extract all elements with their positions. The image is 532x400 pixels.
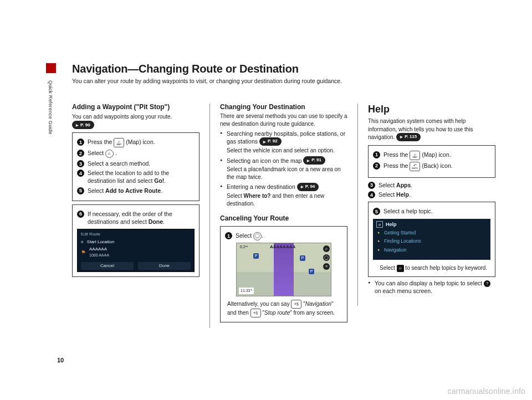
back-button-icon: ↶ BACK	[410, 162, 420, 171]
help-step-2: 2 Press the ↶ BACK (Back) icon.	[373, 162, 490, 171]
bullet-new-dest: Entering a new destination P. 94 Select …	[220, 183, 347, 207]
edit-route-screenshot: Edit Route ■Start Location ⚑ AAAAAA 1000…	[77, 229, 195, 272]
step-number-icon: 1	[77, 139, 84, 146]
help-step-4: 4 Select Help.	[368, 191, 495, 198]
page-ref-pill: P. 91	[303, 156, 325, 165]
help-menu-item: Navigation	[376, 246, 487, 254]
voice-icon: «§	[291, 300, 301, 309]
step-number-icon: 5	[373, 208, 380, 215]
screenshot-start-row: ■Start Location	[81, 239, 191, 245]
step-5: 5 Select Add to Active Route.	[77, 187, 195, 194]
step-1: 1 Press the ⌕ MAP (Map) icon.	[77, 138, 195, 147]
screenshot-dest-row: ⚑ AAAAAA 1000 AAAA	[81, 247, 191, 259]
step-number-icon: 2	[77, 150, 84, 157]
help-screenshot-title: Help	[386, 221, 397, 228]
help-box-2: 5 Select a help topic. ⌕Help Getting Sta…	[368, 202, 495, 277]
map-button-icon: ⌕ MAP	[410, 151, 420, 160]
column-help: Help This navigation system comes with h…	[368, 102, 495, 356]
watermark: carmanualsonline.info	[448, 387, 525, 396]
manual-page: Quick Reference Guide Navigation—Changin…	[0, 0, 532, 400]
map-poi-icon: P	[309, 269, 314, 274]
map-stop-icon: ◯	[323, 254, 330, 261]
cancel-alt-note: Alternatively, you can say «§ "Navigatio…	[225, 300, 342, 317]
map-distance: 0.2ᵐ	[240, 244, 248, 249]
stop-round-icon: ◯	[253, 232, 262, 240]
content-columns: Adding a Waypoint ("Pit Stop") You can a…	[72, 102, 482, 356]
map-eta: 11:33ᴬ	[239, 288, 254, 294]
screenshot-cancel-button: Cancel	[81, 262, 134, 270]
help-menu-screenshot: ⌕Help Getting Started Finding Locations …	[373, 219, 490, 260]
step-number-icon: 3	[368, 182, 375, 189]
search-round-icon: ⌕	[105, 150, 114, 158]
map-screenshot: 0.2ᵐ AAAAAAAA P P P ⌕ ◯ ≡ 11:33ᴬ	[236, 243, 331, 296]
screenshot-title: Edit Route	[81, 232, 191, 237]
help-mid-steps: 3 Select Apps. 4 Select Help.	[368, 181, 495, 198]
step-number-icon: 4	[77, 170, 84, 177]
help-step-3: 3 Select Apps.	[368, 181, 495, 189]
page-ref-pill: P. 94	[297, 183, 319, 191]
help-step-1: 1 Press the ⌕ MAP (Map) icon.	[373, 151, 490, 160]
col3-heading: Help	[368, 102, 495, 116]
help-menu-item: Finding Locations	[376, 237, 487, 245]
col2-lead: There are several methods you can use to…	[220, 112, 347, 127]
step-2: 2 Select ⌕ .	[77, 149, 195, 158]
step-number-icon: 1	[373, 151, 380, 158]
map-button-icon: ⌕ MAP	[114, 138, 124, 147]
page-ref-pill: P. 90	[72, 121, 94, 129]
map-search-icon: ⌕	[323, 245, 330, 252]
col1-heading: Adding a Waypoint ("Pit Stop")	[72, 102, 200, 111]
step-number-icon: 3	[77, 160, 84, 167]
section-color-tab	[46, 63, 56, 73]
col2-bullets: Searching nearby hospitals, police stati…	[220, 130, 347, 207]
help-box-1: 1 Press the ⌕ MAP (Map) icon. 2	[368, 145, 495, 178]
col1-steps-box-1: 1 Press the ⌕ MAP (Map) icon. 2	[72, 132, 200, 201]
column-adding-waypoint: Adding a Waypoint ("Pit Stop") You can a…	[72, 102, 200, 356]
screenshot-done-button: Done	[138, 262, 191, 270]
col1-lead: You can add waypoints along your route.	[72, 114, 172, 120]
step-6: 6 If necessary, edit the order of the de…	[77, 210, 195, 225]
page-number: 10	[57, 357, 64, 363]
map-destination: AAAAAAAA	[270, 244, 295, 250]
page-ref-pill: P. 92	[259, 137, 282, 146]
cancel-route-box: 1 Select ◯. 0.2ᵐ AAAAAAAA P P P ⌕ ◯ ≡	[220, 226, 347, 322]
bullet-map-icon: Selecting an icon on the map P. 91 Selec…	[220, 157, 347, 181]
step-number-icon: 5	[77, 187, 84, 194]
cancel-route-heading: Canceling Your Route	[220, 214, 347, 223]
question-icon: ?	[484, 280, 490, 287]
col1-steps-box-2: 6 If necessary, edit the order of the de…	[72, 204, 200, 278]
step-number-icon: 4	[368, 191, 375, 198]
cancel-step-1: 1 Select ◯.	[225, 232, 342, 240]
map-layers-icon: ≡	[323, 263, 330, 270]
step-number-icon: 2	[373, 162, 380, 170]
step-number-icon: 6	[77, 211, 84, 218]
help-menu-item: Getting Started	[376, 229, 487, 237]
voice-icon: «§	[250, 309, 261, 317]
col2-heading: Changing Your Destination	[220, 102, 347, 111]
side-section-label: Quick Reference Guide	[48, 80, 53, 135]
map-route-line	[274, 243, 294, 296]
map-poi-icon: P	[300, 255, 305, 261]
column-divider	[357, 104, 358, 306]
column-changing-destination: Changing Your Destination There are seve…	[220, 102, 347, 356]
help-step-5: 5 Select a help topic.	[373, 207, 490, 215]
help-tail-bullets: You can also display a help topic to sel…	[368, 279, 495, 295]
step-number-icon: 1	[225, 232, 232, 239]
step-4: 4 Select the location to add to the dest…	[77, 169, 195, 184]
step-3: 3 Select a search method.	[77, 160, 195, 167]
column-divider	[209, 104, 210, 328]
flag-icon: ⚑	[81, 249, 86, 257]
bullet-nearby: Searching nearby hospitals, police stati…	[220, 130, 347, 154]
page-subtitle: You can alter your route by adding waypo…	[72, 78, 342, 84]
help-tail-note: You can also display a help topic to sel…	[368, 279, 495, 295]
page-ref-pill: P. 115	[396, 133, 421, 141]
page-title: Navigation—Changing Route or Destination	[72, 63, 299, 75]
help-search-note: Select ⌕ to search help topics by keywor…	[373, 264, 490, 272]
map-poi-icon: P	[253, 253, 259, 259]
help-search-icon: ⌕	[376, 221, 383, 228]
search-icon: ⌕	[397, 265, 404, 272]
